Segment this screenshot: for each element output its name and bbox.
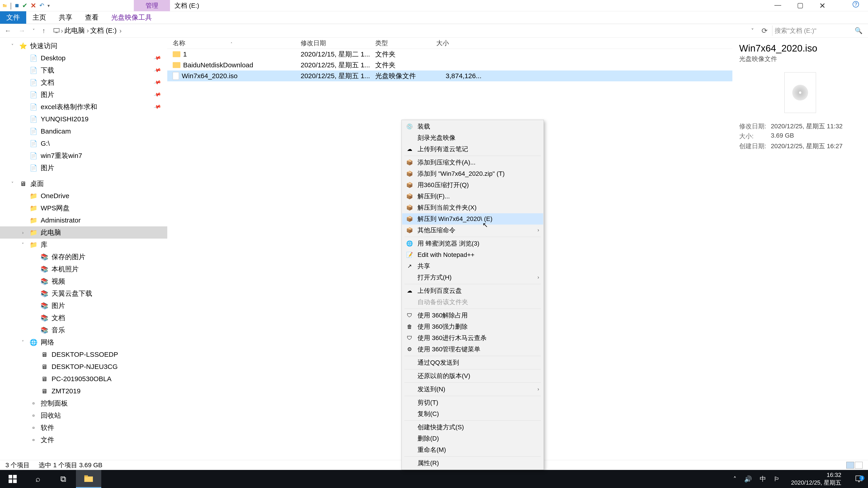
crumb-current[interactable]: 文档 (E:) [90,26,117,35]
context-menu-item[interactable]: 📦解压到(F)... [402,191,543,202]
taskbar-explorer[interactable] [76,470,101,488]
search-box[interactable]: 搜索"文档 (E:)" 🔍 [772,26,865,36]
context-menu-item[interactable]: 📝Edit with Notepad++ [402,249,543,260]
nav-library-item[interactable]: 📚本机照片 [0,263,167,275]
context-menu-item[interactable]: 打开方式(H)› [402,272,543,283]
tab-share[interactable]: 共享 [53,11,79,24]
col-date[interactable]: 修改日期 [301,39,375,47]
column-headers[interactable]: 名称˄ 修改日期 类型 大小 [167,37,733,49]
up-button[interactable]: ↑ [41,27,47,35]
nav-quick-item[interactable]: 📄文档📌 [0,76,167,89]
ribbon-context-tab[interactable]: 管理 [134,0,170,11]
context-menu-item[interactable]: 重命名(M) [402,444,543,455]
tab-view[interactable]: 查看 [79,11,105,24]
nav-network-item[interactable]: 🖥DESKTOP-LSSOEDP [0,348,167,361]
task-view-button[interactable]: ⧉ [51,470,76,488]
start-button[interactable] [0,470,25,488]
nav-library-item[interactable]: 📚文档 [0,312,167,324]
forward-button[interactable]: → [17,27,27,35]
nav-extra-item[interactable]: ▫控制面板 [0,397,167,410]
undo-icon[interactable]: ↶ [39,2,44,9]
context-menu-item[interactable]: 发送到(N)› [402,384,543,395]
context-menu-item[interactable]: ↗共享 [402,260,543,272]
nav-network[interactable]: ˅🌐网络 [0,336,167,348]
context-menu-item[interactable]: 🛡使用 360解除占用 [402,310,543,321]
context-menu-item[interactable]: 🗑使用 360强力删除 [402,321,543,332]
close-button[interactable]: ✕ [819,1,826,10]
back-button[interactable]: ← [3,27,13,35]
context-menu-item[interactable]: 📦用360压缩打开(Q) [402,180,543,191]
nav-library-item[interactable]: 📚音乐 [0,324,167,336]
save-icon[interactable] [15,4,19,8]
context-menu-item[interactable]: ☁上传到有道云笔记 [402,143,543,155]
context-menu-item[interactable]: 还原以前的版本(V) [402,370,543,382]
context-menu-item[interactable]: 🌐用 蜂蜜浏览器 浏览(3) [402,238,543,249]
nav-quick-item[interactable]: 📄图片 [0,162,167,174]
ime-indicator[interactable]: 中 [760,475,766,483]
context-menu-item[interactable]: 属性(R) [402,457,543,469]
nav-extra-item[interactable]: ▫软件 [0,422,167,434]
nav-quick-item[interactable]: 📄下载📌 [0,64,167,76]
volume-icon[interactable]: 🔊 [744,475,752,483]
nav-library-item[interactable]: 📚保存的图片 [0,251,167,263]
recent-locations-button[interactable]: ˅ [31,28,36,33]
nav-library-item[interactable]: 📚视频 [0,275,167,287]
tab-disc-image-tools[interactable]: 光盘映像工具 [105,11,158,24]
nav-quick-item[interactable]: 📄G:\ [0,137,167,150]
nav-desktop-item[interactable]: 📁OneDrive [0,190,167,202]
context-menu-item[interactable]: ☁上传到百度云盘 [402,285,543,296]
context-menu-item[interactable]: 复制(C) [402,408,543,420]
nav-quick-access[interactable]: ˅⭐快速访问 [0,40,167,52]
nav-quick-item[interactable]: 📄win7重装win7 [0,150,167,162]
delete-icon[interactable]: ✕ [31,2,36,9]
tray-overflow-button[interactable]: ˄ [733,475,737,483]
checkmark-icon[interactable]: ✔ [22,2,27,9]
context-menu-item[interactable]: 刻录光盘映像 [402,132,543,143]
nav-network-item[interactable]: 🖥DESKTOP-NJEU3CG [0,361,167,373]
view-details-button[interactable] [846,462,854,468]
address-dropdown-button[interactable]: ˅ [748,28,757,34]
action-center-button[interactable]: 3 [852,475,866,483]
view-large-icons-button[interactable] [855,462,863,468]
maximize-button[interactable]: ▢ [797,1,803,10]
col-size[interactable]: 大小 [436,39,495,47]
nav-desktop-item[interactable]: 📁Administrator [0,214,167,226]
nav-quick-item[interactable]: 📄Bandicam [0,125,167,137]
tab-file[interactable]: 文件 [0,11,26,24]
nav-desktop-item[interactable]: 📁WPS网盘 [0,202,167,214]
nav-network-item[interactable]: 🖥PC-20190530OBLA [0,373,167,385]
nav-library-item[interactable]: 📚天翼云盘下载 [0,287,167,300]
search-button[interactable]: ⌕ [25,470,51,488]
minimize-button[interactable]: — [774,1,781,10]
context-menu-item[interactable]: 💿装载 [402,121,543,132]
crumb-this-pc[interactable]: 此电脑 [64,26,89,35]
context-menu-item[interactable]: 📦解压到 Win7x64_2020\ (E) [402,213,543,225]
context-menu-item[interactable]: 剪切(T) [402,397,543,408]
nav-quick-item[interactable]: 📄图片📌 [0,89,167,101]
context-menu-item[interactable]: 📦其他压缩命令› [402,225,543,236]
context-menu-item[interactable]: 创建快捷方式(S) [402,422,543,433]
breadcrumb-path[interactable]: › 此电脑 文档 (E:) › [51,26,743,35]
file-row[interactable]: Win7x64_2020.iso 2020/12/25, 星期五 1... 光盘… [167,70,733,81]
security-icon[interactable]: 🏳 [774,475,780,483]
nav-extra-item[interactable]: ▫文件 [0,434,167,446]
context-menu-item[interactable]: 📦添加到压缩文件(A)... [402,157,543,168]
refresh-button[interactable]: ⟳ [762,26,768,35]
nav-desktop-item[interactable]: ›📁此电脑 [0,226,167,238]
nav-quick-item[interactable]: 📄YUNQISHI2019 [0,113,167,125]
nav-network-item[interactable]: 🖥ZMT2019 [0,385,167,397]
context-menu-item[interactable]: 📦添加到 "Win7x64_2020.zip" (T) [402,168,543,180]
navigation-pane[interactable]: ˅⭐快速访问📄Desktop📌📄下载📌📄文档📌📄图片📌📄excel表格制作求和📌… [0,37,167,460]
nav-desktop-item[interactable]: ˅📁库 [0,238,167,251]
context-menu-item[interactable]: 自动备份该文件夹 [402,296,543,308]
qat-dropdown-icon[interactable]: ▾ [48,3,50,8]
context-menu-item[interactable]: ⚙使用 360管理右键菜单 [402,344,543,355]
context-menu-item[interactable]: 🛡使用 360进行木马云查杀 [402,332,543,344]
col-name[interactable]: 名称˄ [167,39,301,47]
file-row[interactable]: BaiduNetdiskDownload 2020/12/25, 星期五 1..… [167,60,733,70]
context-menu-item[interactable]: 通过QQ发送到 [402,357,543,368]
nav-library-item[interactable]: 📚图片 [0,300,167,312]
context-menu-item[interactable]: 📦解压到当前文件夹(X) [402,202,543,213]
nav-quick-item[interactable]: 📄Desktop📌 [0,52,167,64]
nav-extra-item[interactable]: ▫回收站 [0,410,167,422]
